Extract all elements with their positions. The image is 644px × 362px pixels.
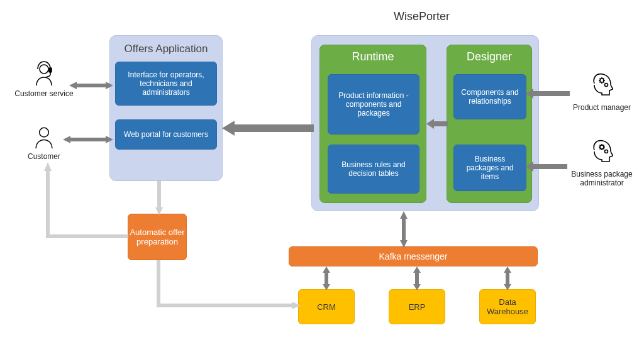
- gears-head-icon: [568, 70, 636, 102]
- designer-panel: Designer Components and relationships Bu…: [447, 45, 532, 203]
- product-manager-label: Product manager: [568, 103, 636, 112]
- svg-point-6: [605, 150, 608, 153]
- business-rules-box: Business rules and decision tables: [328, 145, 419, 194]
- arrow-pm-to-components: [526, 88, 570, 99]
- svg-point-2: [40, 128, 49, 137]
- svg-marker-8: [63, 136, 113, 143]
- svg-marker-13: [155, 181, 163, 215]
- crm-box: CRM: [298, 289, 355, 324]
- arrow-automatic-to-crm: [156, 260, 302, 310]
- wiseporter-title: WisePorter: [394, 10, 450, 23]
- business-packages-box: Business packages and items: [453, 145, 526, 191]
- arrow-customer-portal: [63, 134, 113, 145]
- arrow-offers-to-automatic: [154, 181, 164, 215]
- kafka-messenger-box: Kafka messenger: [289, 246, 538, 266]
- svg-point-4: [605, 84, 608, 87]
- customer-service-actor: Customer service: [14, 58, 74, 98]
- designer-title: Designer: [447, 50, 531, 63]
- svg-marker-19: [504, 266, 511, 290]
- business-package-admin-label: Business package administrator: [563, 170, 641, 187]
- erp-box: ERP: [389, 289, 445, 324]
- svg-marker-7: [69, 82, 113, 89]
- svg-rect-1: [49, 68, 52, 72]
- headset-person-icon: [14, 58, 74, 88]
- svg-marker-11: [526, 89, 570, 99]
- arrow-cs-interface: [69, 80, 113, 90]
- arrow-runtime-to-offers: [222, 121, 314, 136]
- web-portal-box: Web portal for customers: [115, 119, 217, 150]
- person-icon: [25, 123, 63, 151]
- svg-marker-9: [222, 121, 314, 136]
- arrow-bpa-to-packages: [526, 161, 567, 172]
- arrow-automatic-to-customer: [38, 162, 132, 240]
- product-info-box: Product information - components and pac…: [328, 74, 419, 134]
- wiseporter-container: Runtime Product information - components…: [311, 35, 539, 211]
- automatic-offer-box: Automatic offer preparation: [128, 214, 187, 260]
- runtime-panel: Runtime Product information - components…: [319, 45, 426, 203]
- svg-point-5: [600, 145, 604, 149]
- business-package-admin-actor: Business package administrator: [563, 137, 641, 187]
- interface-operators-box: Interface for operators, technicians and…: [115, 62, 217, 106]
- svg-marker-18: [413, 266, 421, 290]
- svg-point-0: [40, 65, 48, 74]
- dw-box: Data Warehouse: [479, 289, 536, 324]
- arrow-designer-to-runtime: [426, 118, 448, 129]
- offers-app-title: Offers Application: [115, 43, 217, 55]
- svg-marker-14: [44, 162, 52, 171]
- svg-marker-10: [426, 119, 448, 129]
- offers-app-container: Offers Application Interface for operato…: [109, 35, 223, 181]
- svg-point-3: [600, 79, 604, 82]
- customer-label: Customer: [25, 152, 63, 161]
- arrow-kafka-dw: [502, 266, 513, 290]
- components-relationships-box: Components and relationships: [453, 74, 526, 119]
- runtime-title: Runtime: [320, 50, 426, 63]
- customer-service-label: Customer service: [14, 89, 74, 98]
- svg-marker-17: [323, 266, 330, 290]
- gears-head-icon: [563, 137, 641, 168]
- svg-marker-16: [400, 211, 408, 248]
- product-manager-actor: Product manager: [568, 70, 636, 112]
- svg-marker-12: [526, 162, 567, 172]
- customer-actor: Customer: [25, 123, 63, 161]
- arrow-wp-kafka: [399, 211, 409, 248]
- arrow-kafka-crm: [321, 266, 331, 290]
- svg-marker-15: [292, 302, 301, 309]
- arrow-kafka-erp: [412, 266, 422, 290]
